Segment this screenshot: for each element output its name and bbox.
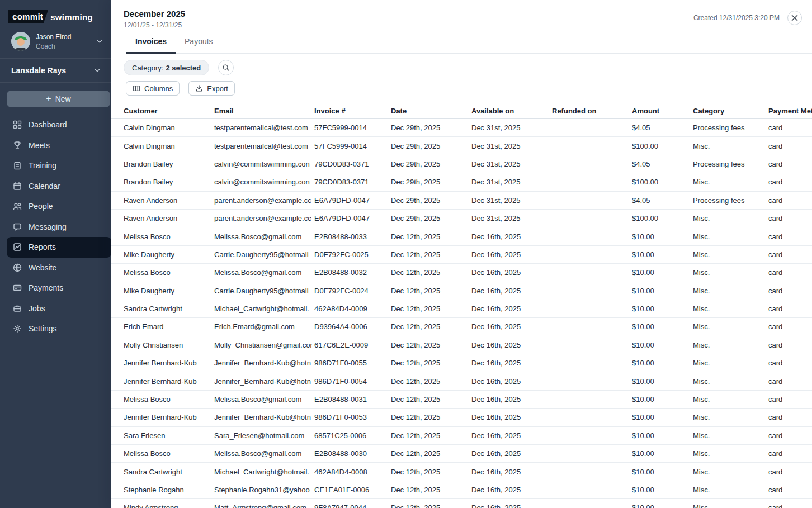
cell-customer: Raven Anderson (124, 196, 214, 205)
cell-payment-method: card (768, 468, 812, 476)
cell-email: Carrie.Daugherty95@hotmail (214, 287, 314, 295)
cell-amount: $10.00 (632, 377, 693, 386)
sidebar-item-messaging[interactable]: Messaging (0, 217, 111, 238)
columns-button[interactable]: Columns (126, 81, 180, 96)
cell-date: Dec 12th, 2025 (391, 504, 471, 508)
cell-invoice: E6A79DFD-0047 (314, 196, 391, 205)
cell-customer: Stephanie Rogahn (124, 486, 214, 494)
cell-amount: $4.05 (632, 124, 693, 132)
category-filter-chip[interactable]: Category: 2 selected (124, 60, 209, 75)
table-row[interactable]: Jennifer Bernhard-KubJennifer_Bernhard-K… (111, 354, 812, 372)
credit-card-icon (12, 283, 22, 293)
cell-amount: $10.00 (632, 287, 693, 295)
user-profile-menu[interactable]: Jason Elrod Coach (0, 23, 111, 58)
cell-email: Melissa.Bosco@gmail.com (214, 232, 314, 241)
new-button[interactable]: + New (7, 91, 110, 107)
page-title: December 2025 (124, 9, 185, 18)
table-row[interactable]: Calvin Dingmantestparentemailcal@test.co… (111, 137, 812, 155)
table-row[interactable]: Stephanie RogahnStephanie.Rogahn31@yahoo… (111, 481, 812, 499)
table-row[interactable]: Mike DaughertyCarrie.Daugherty95@hotmail… (111, 246, 812, 264)
cell-amount: $10.00 (632, 250, 693, 259)
cell-category: Misc. (693, 341, 768, 349)
sidebar-item-label: Website (29, 263, 56, 272)
new-button-label: New (55, 94, 71, 103)
table-row[interactable]: Brandon Baileycalvin@commitswimming.con7… (111, 173, 812, 191)
close-button[interactable] (787, 11, 802, 25)
column-header-amount: Amount (632, 107, 693, 115)
cell-email: Melissa.Bosco@gmail.com (214, 268, 314, 277)
sidebar-item-training[interactable]: Training (0, 155, 111, 176)
table-row[interactable]: Calvin Dingmantestparentemailcal@test.co… (111, 119, 812, 137)
table-row[interactable]: Brandon Baileycalvin@commitswimming.con7… (111, 155, 812, 173)
sidebar-item-payments[interactable]: Payments (0, 278, 111, 298)
table-row[interactable]: Sara FriesenSara_Friesen@hotmail.com6857… (111, 427, 812, 445)
tab-payouts[interactable]: Payouts (176, 34, 222, 53)
category-filter-value: 2 selected (166, 64, 201, 72)
cell-date: Dec 12th, 2025 (391, 377, 471, 386)
sidebar-item-people[interactable]: People (0, 196, 111, 217)
cell-category: Processing fees (693, 196, 768, 205)
sidebar-item-jobs[interactable]: Jobs (0, 298, 111, 319)
trophy-icon (12, 140, 22, 150)
cell-date: Dec 29th, 2025 (391, 160, 471, 168)
logo-swimming: swimming (50, 12, 93, 22)
cell-payment-method: card (768, 431, 812, 440)
cell-amount: $10.00 (632, 431, 693, 440)
table-row[interactable]: Jennifer Bernhard-KubJennifer_Bernhard-K… (111, 409, 812, 426)
sidebar-item-reports[interactable]: Reports (7, 237, 111, 258)
sidebar-item-meets[interactable]: Meets (0, 135, 111, 156)
table-row[interactable]: Melissa BoscoMelissa.Bosco@gmail.comE2B0… (111, 227, 812, 245)
cell-email: parent.anderson@example.cc (214, 214, 314, 222)
table-row[interactable]: Sandra CartwrightMichael_Cartwright@hotm… (111, 463, 812, 481)
sidebar-item-website[interactable]: Website (0, 258, 111, 278)
cell-available-on: Dec 16th, 2025 (471, 431, 552, 440)
table-actions: Columns Export (126, 81, 812, 96)
cell-available-on: Dec 16th, 2025 (471, 341, 552, 349)
cell-category: Misc. (693, 287, 768, 295)
calendar-icon (12, 181, 22, 191)
table-row[interactable]: Raven Andersonparent.anderson@example.cc… (111, 192, 812, 210)
table-row[interactable]: Melissa BoscoMelissa.Bosco@gmail.comE2B0… (111, 445, 812, 463)
team-selector[interactable]: Lansdale Rays (0, 58, 111, 83)
cell-email: Erich.Emard@gmail.com (214, 322, 314, 331)
table-row[interactable]: Melissa BoscoMelissa.Bosco@gmail.comE2B0… (111, 391, 812, 409)
cell-available-on: Dec 16th, 2025 (471, 322, 552, 331)
export-button[interactable]: Export (188, 81, 235, 96)
cell-date: Dec 12th, 2025 (391, 449, 471, 458)
close-icon (791, 15, 798, 21)
cell-customer: Melissa Bosco (124, 395, 214, 403)
cell-email: calvin@commitswimming.con (214, 160, 314, 168)
cell-customer: Calvin Dingman (124, 124, 214, 132)
tab-invoices[interactable]: Invoices (126, 34, 176, 53)
search-button[interactable] (218, 60, 234, 75)
cell-date: Dec 12th, 2025 (391, 341, 471, 349)
cell-email: parent.anderson@example.cc (214, 196, 314, 205)
cell-date: Dec 29th, 2025 (391, 124, 471, 132)
sidebar-item-settings[interactable]: Settings (0, 319, 111, 339)
cell-available-on: Dec 31st, 2025 (471, 160, 552, 168)
sidebar-item-calendar[interactable]: Calendar (0, 176, 111, 197)
cell-amount: $10.00 (632, 359, 693, 367)
sidebar-item-label: Settings (29, 324, 57, 333)
table-row[interactable]: Melissa BoscoMelissa.Bosco@gmail.comE2B0… (111, 264, 812, 282)
cell-customer: Jennifer Bernhard-Kub (124, 377, 214, 386)
team-name: Lansdale Rays (11, 66, 66, 75)
cell-customer: Sara Friesen (124, 431, 214, 440)
sidebar-item-dashboard[interactable]: Dashboard (0, 115, 111, 135)
table-row[interactable]: Erich EmardErich.Emard@gmail.comD93964A4… (111, 318, 812, 336)
cell-email: Jennifer_Bernhard-Kub@hotn (214, 377, 314, 386)
chat-bubble-icon (12, 222, 22, 232)
table-row[interactable]: Jennifer Bernhard-KubJennifer_Bernhard-K… (111, 372, 812, 390)
cell-payment-method: card (768, 504, 812, 508)
table-row[interactable]: Molly ChristiansenMolly_Christiansen@gma… (111, 336, 812, 354)
table-row[interactable]: Mindy ArmstrongMatt_Armstrong@gmail.com9… (111, 499, 812, 508)
cell-payment-method: card (768, 232, 812, 241)
cell-payment-method: card (768, 124, 812, 132)
cell-date: Dec 12th, 2025 (391, 468, 471, 476)
cell-category: Misc. (693, 377, 768, 386)
column-header-refunded-on: Refunded on (552, 107, 632, 115)
table-row[interactable]: Sandra CartwrightMichael_Cartwright@hotm… (111, 300, 812, 318)
table-row[interactable]: Raven Andersonparent.anderson@example.cc… (111, 210, 812, 227)
cell-invoice: 79CD0D83-0371 (314, 178, 391, 186)
table-row[interactable]: Mike DaughertyCarrie.Daugherty95@hotmail… (111, 282, 812, 300)
